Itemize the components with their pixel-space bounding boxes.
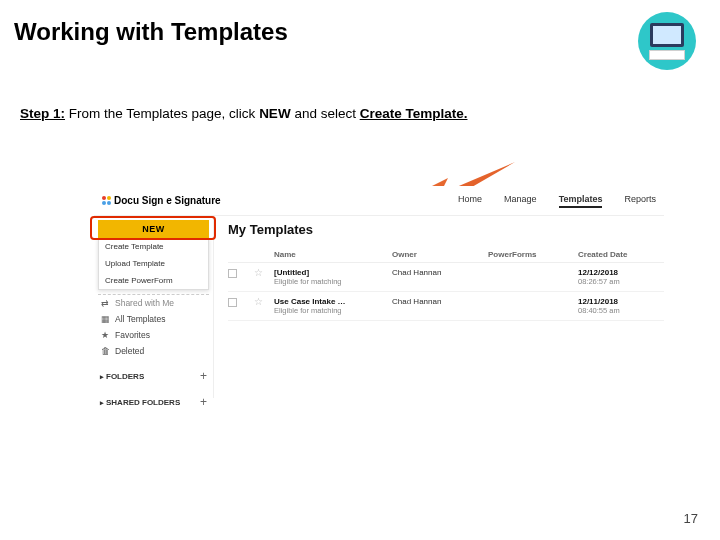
row-name: Use Case Intake … [274,297,392,306]
star-icon: ★ [100,330,110,340]
menu-create-powerform[interactable]: Create PowerForm [99,272,208,289]
sidebar-list: ⇄ Shared with Me ▦ All Templates ★ Favor… [98,294,209,359]
row-time: 08:26:57 am [578,277,664,286]
row-owner: Chad Hannan [392,268,488,277]
app-topbar: Docu Sign e Signature Home Manage Templa… [94,186,664,216]
sidebar: NEW Create Template Upload Template Crea… [94,216,214,398]
brand-logo: Docu Sign e Signature [102,195,221,206]
main-panel: My Templates Name Owner PowerForms Creat… [214,216,664,398]
sidebar-item-label: All Templates [115,314,165,324]
table-header: Name Owner PowerForms Created Date [228,247,664,263]
row-owner: Chad Hannan [392,297,488,306]
row-date: 12/12/2018 [578,268,664,277]
step-instruction: Step 1: From the Templates page, click N… [0,46,720,121]
add-folder-button[interactable]: + [200,369,207,383]
nav-manage[interactable]: Manage [504,194,537,208]
new-dropdown-menu: Create Template Upload Template Create P… [98,238,209,290]
new-button-label: NEW [142,224,165,234]
step-label: Step 1: [20,106,65,121]
page-title: Working with Templates [0,0,720,46]
row-date: 12/11/2018 [578,297,664,306]
top-nav: Home Manage Templates Reports [458,194,656,208]
col-powerforms[interactable]: PowerForms [488,250,578,259]
menu-create-template[interactable]: Create Template [99,238,208,255]
row-checkbox[interactable] [228,298,237,307]
share-icon: ⇄ [100,298,110,308]
sidebar-section-folders[interactable]: ▸FOLDERS + [98,367,209,385]
brand-text: Docu Sign e Signature [114,195,221,206]
sidebar-item-favorites[interactable]: ★ Favorites [98,327,209,343]
row-name: [Untitled] [274,268,392,277]
app-screenshot: Docu Sign e Signature Home Manage Templa… [94,186,664,398]
table-row[interactable]: ☆ [Untitled] Eligible for matching Chad … [228,263,664,292]
col-created[interactable]: Created Date [578,250,664,259]
favorite-star-icon[interactable]: ☆ [254,296,263,307]
new-button[interactable]: NEW [98,220,209,238]
brand-dots-icon [102,196,112,206]
templates-icon: ▦ [100,314,110,324]
row-checkbox[interactable] [228,269,237,278]
sidebar-item-label: Favorites [115,330,150,340]
computer-icon [638,12,696,70]
sidebar-item-shared-with-me[interactable]: ⇄ Shared with Me [98,294,209,311]
folders-label: FOLDERS [106,372,144,381]
sidebar-item-deleted[interactable]: 🗑 Deleted [98,343,209,359]
col-name[interactable]: Name [274,250,392,259]
step-text-mid: and select [291,106,360,121]
trash-icon: 🗑 [100,346,110,356]
nav-templates[interactable]: Templates [559,194,603,208]
col-owner[interactable]: Owner [392,250,488,259]
menu-upload-template[interactable]: Upload Template [99,255,208,272]
row-subtext: Eligible for matching [274,306,392,315]
add-shared-folder-button[interactable]: + [200,395,207,409]
main-title: My Templates [228,222,664,237]
table-row[interactable]: ☆ Use Case Intake … Eligible for matchin… [228,292,664,321]
sidebar-section-shared-folders[interactable]: ▸SHARED FOLDERS + [98,393,209,411]
sidebar-item-all-templates[interactable]: ▦ All Templates [98,311,209,327]
nav-home[interactable]: Home [458,194,482,208]
shared-folders-label: SHARED FOLDERS [106,398,180,407]
step-bold-new: NEW [259,106,291,121]
row-subtext: Eligible for matching [274,277,392,286]
step-bold-create-template: Create Template. [360,106,468,121]
sidebar-item-label: Deleted [115,346,144,356]
sidebar-item-label: Shared with Me [115,298,174,308]
caret-icon: ▸ [100,399,104,406]
step-text-prefix: From the Templates page, click [69,106,259,121]
favorite-star-icon[interactable]: ☆ [254,267,263,278]
page-number: 17 [684,511,698,526]
nav-reports[interactable]: Reports [624,194,656,208]
row-time: 08:40:55 am [578,306,664,315]
caret-icon: ▸ [100,373,104,380]
